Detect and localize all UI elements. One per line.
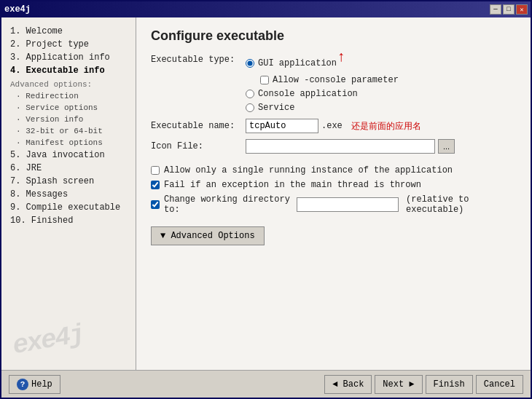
gui-radio-row: GUI application ↑ xyxy=(246,55,399,71)
change-working-dir-checkbox[interactable] xyxy=(151,200,160,209)
sidebar-advanced-options-label: Advanced options: xyxy=(7,77,130,90)
sidebar-item-version-info[interactable]: · Version info xyxy=(7,114,130,125)
main-panel: Configure executable Executable type: GU… xyxy=(136,17,531,370)
panel-title: Configure executable xyxy=(151,28,516,44)
next-button[interactable]: Next ► xyxy=(375,375,422,394)
service-radio-row: Service xyxy=(246,103,399,113)
content-area: 1. Welcome 2. Project type 3. Applicatio… xyxy=(1,17,531,370)
red-note-text: 还是前面的应用名 xyxy=(351,120,421,133)
browse-icon-button[interactable]: ... xyxy=(438,139,455,154)
sidebar: 1. Welcome 2. Project type 3. Applicatio… xyxy=(1,17,136,370)
sidebar-item-32bit-64bit[interactable]: · 32-bit or 64-bit xyxy=(7,125,130,137)
divider1 xyxy=(151,159,516,165)
sidebar-item-welcome[interactable]: 1. Welcome xyxy=(7,25,130,38)
help-button[interactable]: ? Help xyxy=(9,375,60,394)
finish-button[interactable]: Finish xyxy=(426,375,473,394)
executable-type-row: Executable type: GUI application ↑ Allow… xyxy=(151,55,516,113)
allow-single-instance-row: Allow only a single running instance of … xyxy=(151,165,516,175)
sidebar-item-redirection[interactable]: · Redirection xyxy=(7,90,130,102)
allow-console-row: Allow -console parameter xyxy=(260,75,399,85)
finish-label: Finish xyxy=(434,379,465,390)
executable-name-label: Executable name: xyxy=(151,121,246,131)
sidebar-item-service-options[interactable]: · Service options xyxy=(7,102,130,114)
sidebar-item-app-info[interactable]: 3. Application info xyxy=(7,51,130,64)
sidebar-item-messages[interactable]: 8. Messages xyxy=(7,188,130,201)
sidebar-item-compile-executable[interactable]: 9. Compile executable xyxy=(7,201,130,214)
icon-file-row: Icon File: ... xyxy=(151,139,516,154)
fail-exception-row: Fail if an exception in the main thread … xyxy=(151,180,516,190)
cancel-button[interactable]: Cancel xyxy=(476,375,523,394)
help-label: Help xyxy=(31,379,52,390)
icon-file-input[interactable] xyxy=(246,139,435,154)
close-button[interactable]: ✕ xyxy=(516,4,528,15)
sidebar-item-project-type[interactable]: 2. Project type xyxy=(7,38,130,51)
console-radio-label: Console application xyxy=(258,89,358,99)
console-radio[interactable] xyxy=(246,90,254,98)
next-label: Next ► xyxy=(383,379,414,390)
icon-file-label: Icon File: xyxy=(151,141,246,151)
sidebar-item-exec-info[interactable]: 4. Executable info xyxy=(7,64,130,77)
window-title: exe4j xyxy=(4,4,31,15)
change-working-dir-label: Change working directory to: xyxy=(164,194,292,215)
title-bar-buttons: ─ □ ✕ xyxy=(490,4,528,15)
title-bar: exe4j ─ □ ✕ xyxy=(1,1,531,17)
advanced-options-label: ▼ Advanced Options xyxy=(160,231,255,241)
red-arrow-icon: ↑ xyxy=(337,49,345,66)
allow-console-label: Allow -console parameter xyxy=(273,75,399,85)
service-radio[interactable] xyxy=(246,103,254,112)
advanced-options-row: ▼ Advanced Options xyxy=(151,219,516,245)
service-radio-label: Service xyxy=(258,103,294,113)
sidebar-item-finished[interactable]: 10. Finished xyxy=(7,214,130,227)
executable-name-input[interactable]: tcpAuto xyxy=(246,119,318,133)
allow-single-instance-checkbox[interactable] xyxy=(151,166,160,175)
sidebar-item-manifest-options[interactable]: · Manifest options xyxy=(7,137,130,149)
gui-radio[interactable] xyxy=(246,59,254,68)
advanced-options-button[interactable]: ▼ Advanced Options xyxy=(151,226,265,245)
gui-radio-label: GUI application xyxy=(258,58,337,68)
executable-type-label: Executable type: xyxy=(151,55,246,65)
bottom-bar: ? Help ◄ Back Next ► Finish Cancel xyxy=(1,370,531,398)
sidebar-item-java-invocation[interactable]: 5. Java invocation xyxy=(7,149,130,162)
working-dir-input[interactable] xyxy=(297,197,399,212)
console-radio-row: Console application xyxy=(246,89,399,99)
nav-button-group: ◄ Back Next ► Finish Cancel xyxy=(324,375,523,394)
allow-console-checkbox[interactable] xyxy=(260,76,269,84)
main-window: exe4j ─ □ ✕ 1. Welcome 2. Project type 3… xyxy=(0,0,532,399)
change-working-dir-row: Change working directory to: (relative t… xyxy=(151,194,516,215)
relative-note: (relative to executable) xyxy=(406,194,516,215)
sidebar-item-jre[interactable]: 6. JRE xyxy=(7,162,130,175)
watermark: exe4j xyxy=(10,320,86,361)
sidebar-item-splash-screen[interactable]: 7. Splash screen xyxy=(7,175,130,188)
minimize-button[interactable]: ─ xyxy=(490,4,501,15)
allow-single-instance-label: Allow only a single running instance of … xyxy=(164,165,453,175)
maximize-button[interactable]: □ xyxy=(503,4,515,15)
back-button[interactable]: ◄ Back xyxy=(324,375,372,394)
exe-suffix: .exe xyxy=(321,121,343,131)
fail-exception-label: Fail if an exception in the main thread … xyxy=(164,180,421,190)
back-label: ◄ Back xyxy=(332,379,364,390)
fail-exception-checkbox[interactable] xyxy=(151,181,160,189)
cancel-label: Cancel xyxy=(484,379,515,390)
executable-name-row: Executable name: tcpAuto .exe 还是前面的应用名 xyxy=(151,119,516,133)
help-icon: ? xyxy=(17,379,28,390)
